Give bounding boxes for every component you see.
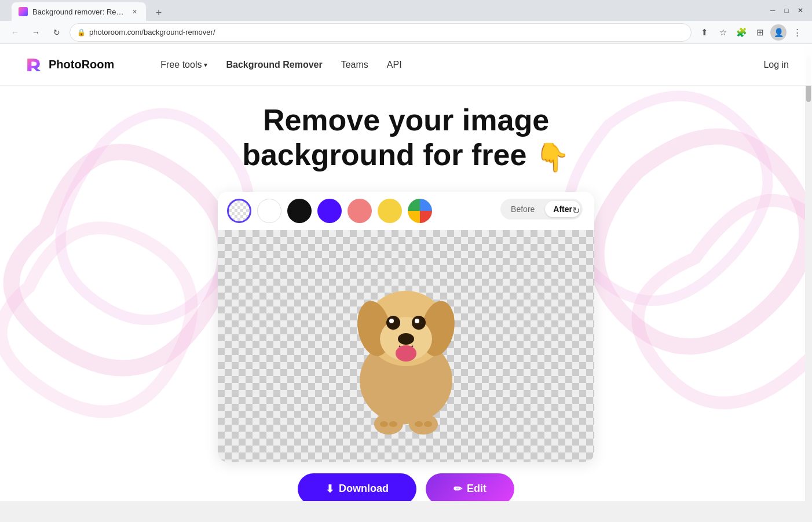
profile-avatar[interactable]: 👤 <box>770 24 787 41</box>
before-toggle-button[interactable]: Before <box>503 201 543 217</box>
tab-favicon <box>19 7 28 16</box>
download-label: Download <box>339 483 389 495</box>
site-logo[interactable]: PhotoRoom <box>23 54 114 75</box>
swatch-transparent[interactable] <box>227 199 251 223</box>
svg-point-13 <box>409 414 438 435</box>
edit-label: Edit <box>467 483 487 495</box>
svg-point-15 <box>389 421 397 427</box>
login-button[interactable]: Log in <box>763 60 789 70</box>
logo-icon <box>23 54 44 75</box>
browser-profile-icon[interactable]: ⊞ <box>752 24 768 41</box>
action-buttons: ⬇ Download ✏ Edit <box>298 462 514 501</box>
maximize-button[interactable]: □ <box>782 6 791 15</box>
swatch-black[interactable] <box>287 199 312 223</box>
svg-point-11 <box>396 345 416 362</box>
title-bar: Background remover: Remove yo... ✕ + ─ □… <box>0 0 812 21</box>
svg-point-8 <box>412 316 426 330</box>
editor-toolbar: Before After ↻ <box>218 192 594 230</box>
download-button[interactable]: ⬇ Download <box>298 473 416 501</box>
main-content: Remove your image background for free 👇 … <box>0 86 812 501</box>
edit-icon: ✏ <box>453 483 462 495</box>
more-options-icon[interactable]: ⋮ <box>789 24 805 41</box>
window-controls: ─ □ ✕ <box>768 6 805 15</box>
dog-svg <box>325 253 487 439</box>
refresh-button[interactable]: ↻ <box>566 202 585 220</box>
address-bar-actions: ⬆ ☆ 🧩 ⊞ 👤 ⋮ <box>696 24 805 41</box>
share-icon[interactable]: ⬆ <box>696 24 712 41</box>
hero-title-line2: background for free <box>242 138 526 171</box>
minimize-button[interactable]: ─ <box>768 6 777 15</box>
download-icon: ⬇ <box>325 483 334 495</box>
hero-title: Remove your image background for free 👇 <box>242 103 570 173</box>
new-tab-button[interactable]: + <box>151 5 167 21</box>
extensions-icon[interactable]: 🧩 <box>733 24 749 41</box>
svg-point-7 <box>389 319 394 323</box>
svg-point-10 <box>398 333 414 345</box>
website-content: PhotoRoom Free tools ▾ Background Remove… <box>0 44 812 501</box>
url-bar[interactable]: 🔒 photoroom.com/background-remover/ <box>70 23 692 42</box>
close-button[interactable]: ✕ <box>796 6 805 15</box>
nav-teams[interactable]: Teams <box>341 60 368 70</box>
reload-button[interactable]: ↻ <box>49 24 65 41</box>
hero-title-line1: Remove your image <box>263 103 549 137</box>
svg-point-17 <box>424 421 432 427</box>
swatch-pink[interactable] <box>348 199 372 223</box>
active-tab[interactable]: Background remover: Remove yo... ✕ <box>12 2 146 21</box>
svg-point-9 <box>415 319 419 323</box>
swatch-multicolor[interactable] <box>408 199 432 223</box>
address-bar: ← → ↻ 🔒 photoroom.com/background-remover… <box>0 21 812 44</box>
browser-chrome: Background remover: Remove yo... ✕ + ─ □… <box>0 0 812 44</box>
swatch-purple[interactable] <box>317 199 342 223</box>
nav-api[interactable]: API <box>387 60 402 70</box>
site-navigation: PhotoRoom Free tools ▾ Background Remove… <box>0 44 812 86</box>
dog-image <box>325 253 487 439</box>
editor-image-area <box>218 230 594 462</box>
url-text: photoroom.com/background-remover/ <box>89 28 215 36</box>
svg-point-6 <box>386 316 400 330</box>
bookmark-icon[interactable]: ☆ <box>715 24 731 41</box>
forward-button[interactable]: → <box>28 24 44 41</box>
hand-pointing-icon: 👇 <box>535 141 570 172</box>
nav-links: Free tools ▾ Background Remover Teams AP… <box>160 60 401 70</box>
logo-text: PhotoRoom <box>49 58 114 71</box>
svg-point-12 <box>374 414 403 435</box>
back-button[interactable]: ← <box>7 24 23 41</box>
edit-button[interactable]: ✏ Edit <box>426 473 514 501</box>
dropdown-arrow-icon: ▾ <box>204 61 207 69</box>
nav-free-tools[interactable]: Free tools ▾ <box>160 60 207 70</box>
tab-close-button[interactable]: ✕ <box>130 7 139 16</box>
editor-card: Before After ↻ <box>218 192 594 462</box>
swatch-white[interactable] <box>257 199 281 223</box>
nav-background-remover[interactable]: Background Remover <box>226 60 322 70</box>
nav-right-actions: Log in <box>763 60 789 70</box>
svg-point-16 <box>415 421 423 427</box>
tab-title: Background remover: Remove yo... <box>32 8 125 16</box>
swatch-yellow[interactable] <box>378 199 402 223</box>
svg-point-14 <box>380 421 388 427</box>
security-icon: 🔒 <box>77 28 86 36</box>
